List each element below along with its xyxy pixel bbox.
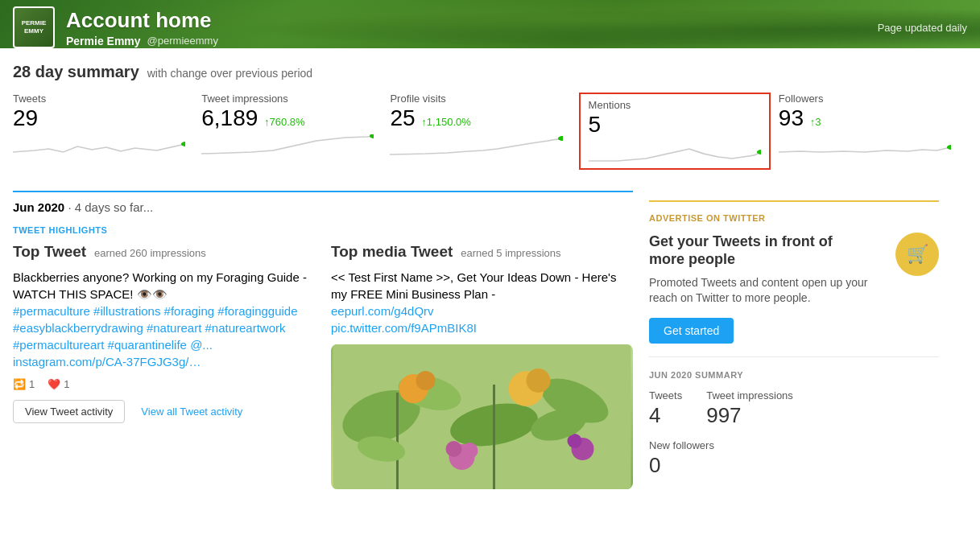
summary-subtitle: with change over previous period	[147, 67, 312, 80]
advertise-text: Get your Tweets in front of more people …	[649, 233, 887, 344]
top-tweet-link[interactable]: instagram.com/p/CA-37FGJG3g/…	[13, 355, 201, 369]
sparkline-mentions	[589, 141, 761, 163]
stat-impressions: Tweet impressions 6,189 ↑760.8%	[201, 93, 390, 170]
stat-followers-value: 93 ↑3	[779, 106, 951, 131]
advertise-heading: Get your Tweets in front of more people	[649, 233, 887, 269]
jun-stats: Tweets 4 Tweet impressions 997	[649, 389, 939, 428]
tweet-media-image	[331, 344, 633, 489]
jun-impressions-value: 997	[706, 403, 793, 428]
summary-title: 28 day summary	[13, 63, 139, 80]
retweet-count: 1	[29, 378, 35, 390]
get-started-button[interactable]: Get started	[649, 318, 734, 344]
advertise-box: ADVERTISE ON TWITTER Get your Tweets in …	[649, 200, 939, 344]
top-media-tweet-header: Top media Tweet earned 5 impressions	[331, 243, 633, 261]
top-tweet-body: Blackberries anyone? Working on my Forag…	[13, 269, 315, 370]
jun-new-followers: New followers 0	[649, 439, 939, 478]
top-tweet-header: Top Tweet earned 260 impressions	[13, 243, 315, 261]
top-media-tweet-body: << Test First Name >>, Get Your Ideas Do…	[331, 269, 633, 336]
advertise-description: Promoted Tweets and content open up your…	[649, 275, 887, 307]
new-followers-label: New followers	[649, 439, 939, 451]
jun-tweets-value: 4	[649, 403, 682, 428]
content-layout: Jun 2020 · 4 days so far... TWEET HIGHLI…	[13, 200, 967, 489]
stat-mentions-value: 5	[589, 113, 761, 138]
svg-point-17	[446, 441, 462, 457]
avatar: PERMIEEMMY	[13, 6, 55, 48]
page-updated-label: Page updated daily	[878, 22, 967, 34]
advertise-label: ADVERTISE ON TWITTER	[649, 213, 939, 223]
jun-impressions-label: Tweet impressions	[706, 389, 793, 401]
top-tweet-title: Top Tweet	[13, 243, 86, 260]
stat-profile-visits: Profile visits 25 ↑1,150.0%	[390, 93, 578, 170]
stat-profile-label: Profile visits	[390, 93, 562, 105]
period-sublabel: · 4 days so far...	[68, 200, 153, 214]
stat-tweets: Tweets 29	[13, 93, 201, 170]
svg-point-15	[527, 369, 551, 393]
tweet-highlights-label: TWEET HIGHLIGHTS	[13, 225, 633, 235]
period-label: Jun 2020 · 4 days so far...	[13, 200, 633, 214]
stat-followers: Followers 93 ↑3	[779, 93, 967, 170]
svg-point-0	[181, 142, 185, 146]
advertise-icon: 🛒	[895, 233, 939, 276]
top-tweet-hashtags: #permaculture #illustrations #foraging #…	[13, 304, 298, 352]
retweet-action: 🔁 1	[13, 378, 35, 390]
twitter-handle: @permieemmy	[147, 35, 218, 47]
stat-followers-change: ↑3	[810, 116, 821, 128]
stat-impressions-change: ↑760.8%	[264, 116, 305, 128]
jun-impressions: Tweet impressions 997	[706, 389, 793, 428]
top-tweet-subtitle: earned 260 impressions	[94, 247, 206, 259]
stat-tweets-value: 29	[13, 106, 185, 131]
svg-point-18	[462, 443, 478, 459]
display-name: Permie Emmy	[66, 35, 141, 47]
stat-profile-change: ↑1,150.0%	[421, 116, 470, 128]
content-right: ADVERTISE ON TWITTER Get your Tweets in …	[649, 200, 939, 489]
retweet-icon: 🔁	[13, 378, 26, 390]
top-media-tweet-subtitle: earned 5 impressions	[461, 247, 560, 259]
stat-mentions: Mentions 5	[579, 93, 771, 170]
view-tweet-activity-button[interactable]: View Tweet activity	[13, 400, 125, 423]
stat-impressions-value: 6,189 ↑760.8%	[201, 106, 374, 131]
sparkline-followers	[779, 134, 951, 157]
stat-followers-label: Followers	[779, 93, 951, 105]
jun-summary-label: JUN 2020 SUMMARY	[649, 370, 939, 380]
svg-point-13	[416, 371, 436, 390]
tweets-grid: Top Tweet earned 260 impressions Blackbe…	[13, 243, 633, 489]
top-tweet-col: Top Tweet earned 260 impressions Blackbe…	[13, 243, 315, 489]
svg-point-1	[370, 134, 374, 138]
page-title: Account home	[66, 8, 218, 33]
period-divider	[13, 191, 633, 192]
top-media-tweet-link1[interactable]: eepurl.com/g4dQrv	[331, 304, 434, 318]
sparkline-tweets	[13, 134, 185, 157]
header-right: Page updated daily	[878, 21, 967, 34]
svg-point-2	[558, 136, 562, 141]
stat-impressions-label: Tweet impressions	[201, 93, 374, 105]
jun-tweets-label: Tweets	[649, 389, 682, 401]
stat-mentions-label: Mentions	[589, 99, 761, 111]
tweet-footer: View Tweet activity View all Tweet activ…	[13, 400, 315, 423]
advertise-content: Get your Tweets in front of more people …	[649, 233, 939, 344]
header-banner: PERMIEEMMY Account home Permie Emmy @per…	[0, 0, 980, 48]
jun-summary: JUN 2020 SUMMARY Tweets 4 Tweet impressi…	[649, 370, 939, 478]
sparkline-impressions	[201, 134, 374, 157]
new-followers-value: 0	[649, 453, 939, 478]
sidebar-divider	[649, 356, 939, 357]
like-icon: ❤️	[48, 378, 60, 390]
content-left: Jun 2020 · 4 days so far... TWEET HIGHLI…	[13, 200, 633, 489]
top-media-tweet-link2[interactable]: pic.twitter.com/f9APmBIK8I	[331, 321, 477, 335]
header-title-area: Account home Permie Emmy @permieemmy	[66, 8, 218, 47]
top-media-tweet-col: Top media Tweet earned 5 impressions << …	[331, 243, 633, 489]
like-count: 1	[64, 378, 69, 390]
period-month: Jun 2020	[13, 200, 64, 214]
view-all-tweet-activity-link[interactable]: View all Tweet activity	[141, 406, 242, 418]
like-action: ❤️ 1	[48, 378, 69, 390]
stat-tweets-label: Tweets	[13, 93, 185, 105]
tweet-actions: 🔁 1 ❤️ 1	[13, 378, 315, 390]
sparkline-profile	[390, 134, 562, 157]
stats-row: Tweets 29 Tweet impressions 6,189 ↑760.8…	[13, 93, 967, 170]
svg-point-4	[947, 145, 951, 150]
main-content: 28 day summary with change over previous…	[0, 48, 980, 489]
top-media-tweet-title: Top media Tweet	[331, 243, 453, 260]
jun-tweets: Tweets 4	[649, 389, 682, 428]
summary-section: 28 day summary with change over previous…	[13, 48, 967, 179]
stat-profile-value: 25 ↑1,150.0%	[390, 106, 562, 131]
